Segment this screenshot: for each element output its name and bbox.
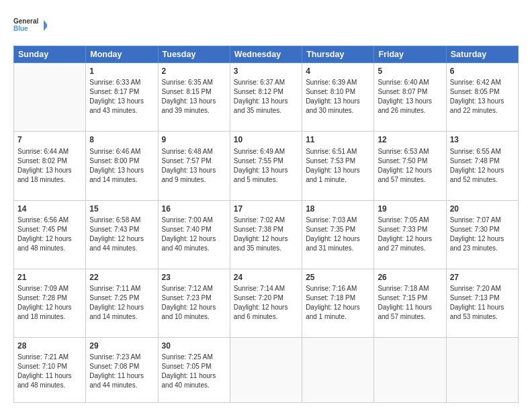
- header-thursday: Thursday: [302, 46, 374, 63]
- day-detail: Sunrise: 7:03 AM Sunset: 7:35 PM Dayligh…: [306, 216, 370, 253]
- day-cell: 24Sunrise: 7:14 AM Sunset: 7:20 PM Dayli…: [230, 269, 302, 337]
- day-detail: Sunrise: 6:55 AM Sunset: 7:48 PM Dayligh…: [450, 147, 515, 185]
- day-detail: Sunrise: 6:53 AM Sunset: 7:50 PM Dayligh…: [378, 147, 442, 185]
- day-number: 20: [450, 203, 515, 214]
- day-number: 9: [162, 134, 226, 145]
- day-number: 29: [89, 340, 154, 351]
- calendar-table: Sunday Monday Tuesday Wednesday Thursday…: [13, 46, 519, 403]
- day-detail: Sunrise: 7:25 AM Sunset: 7:05 PM Dayligh…: [162, 353, 226, 390]
- day-detail: Sunrise: 6:33 AM Sunset: 8:17 PM Dayligh…: [89, 78, 154, 116]
- day-number: 27: [450, 272, 515, 283]
- header-tuesday: Tuesday: [158, 46, 230, 63]
- day-cell: 12Sunrise: 6:53 AM Sunset: 7:50 PM Dayli…: [374, 132, 446, 200]
- day-number: 7: [17, 134, 82, 145]
- week-row-5: 28Sunrise: 7:21 AM Sunset: 7:10 PM Dayli…: [14, 338, 519, 403]
- day-number: 13: [450, 134, 515, 145]
- day-number: 26: [378, 272, 442, 283]
- day-number: 28: [17, 340, 82, 351]
- day-detail: Sunrise: 6:48 AM Sunset: 7:57 PM Dayligh…: [162, 147, 226, 185]
- day-number: 17: [234, 203, 298, 214]
- day-detail: Sunrise: 7:21 AM Sunset: 7:10 PM Dayligh…: [17, 353, 82, 390]
- day-number: 2: [162, 66, 226, 77]
- day-cell: [446, 338, 518, 403]
- svg-text:General: General: [13, 17, 38, 25]
- day-number: 15: [89, 203, 154, 214]
- day-number: 4: [306, 66, 370, 77]
- day-detail: Sunrise: 7:11 AM Sunset: 7:25 PM Dayligh…: [89, 284, 154, 322]
- day-number: 8: [89, 134, 154, 145]
- day-detail: Sunrise: 7:02 AM Sunset: 7:38 PM Dayligh…: [234, 216, 298, 253]
- day-cell: 13Sunrise: 6:55 AM Sunset: 7:48 PM Dayli…: [446, 132, 518, 200]
- day-cell: 7Sunrise: 6:44 AM Sunset: 8:02 PM Daylig…: [14, 132, 86, 200]
- day-detail: Sunrise: 6:58 AM Sunset: 7:43 PM Dayligh…: [89, 216, 154, 253]
- day-number: 30: [162, 340, 226, 351]
- header: General Blue: [13, 12, 519, 39]
- week-row-2: 7Sunrise: 6:44 AM Sunset: 8:02 PM Daylig…: [14, 132, 519, 200]
- day-detail: Sunrise: 6:37 AM Sunset: 8:12 PM Dayligh…: [234, 78, 298, 116]
- day-detail: Sunrise: 7:20 AM Sunset: 7:13 PM Dayligh…: [450, 284, 515, 322]
- page: General Blue Sunday Monday Tuesday Wedne…: [0, 0, 532, 411]
- day-detail: Sunrise: 7:16 AM Sunset: 7:18 PM Dayligh…: [306, 284, 370, 322]
- day-cell: 26Sunrise: 7:18 AM Sunset: 7:15 PM Dayli…: [374, 269, 446, 337]
- day-detail: Sunrise: 6:42 AM Sunset: 8:05 PM Dayligh…: [450, 78, 515, 116]
- day-cell: 17Sunrise: 7:02 AM Sunset: 7:38 PM Dayli…: [230, 200, 302, 269]
- day-detail: Sunrise: 7:23 AM Sunset: 7:08 PM Dayligh…: [89, 353, 154, 390]
- day-cell: 22Sunrise: 7:11 AM Sunset: 7:25 PM Dayli…: [86, 269, 158, 337]
- day-cell: 9Sunrise: 6:48 AM Sunset: 7:57 PM Daylig…: [158, 132, 230, 200]
- header-wednesday: Wednesday: [230, 46, 302, 63]
- day-number: 16: [162, 203, 226, 214]
- logo: General Blue: [13, 12, 47, 39]
- day-detail: Sunrise: 7:07 AM Sunset: 7:30 PM Dayligh…: [450, 216, 515, 253]
- day-number: 11: [306, 134, 370, 145]
- day-cell: 16Sunrise: 7:00 AM Sunset: 7:40 PM Dayli…: [158, 200, 230, 269]
- day-number: 5: [378, 66, 442, 77]
- day-cell: 21Sunrise: 7:09 AM Sunset: 7:28 PM Dayli…: [14, 269, 86, 337]
- day-cell: 14Sunrise: 6:56 AM Sunset: 7:45 PM Dayli…: [14, 200, 86, 269]
- day-cell: 25Sunrise: 7:16 AM Sunset: 7:18 PM Dayli…: [302, 269, 374, 337]
- weekday-header-row: Sunday Monday Tuesday Wednesday Thursday…: [14, 46, 519, 63]
- day-detail: Sunrise: 6:46 AM Sunset: 8:00 PM Dayligh…: [89, 147, 154, 185]
- day-number: 14: [17, 203, 82, 214]
- day-detail: Sunrise: 6:51 AM Sunset: 7:53 PM Dayligh…: [306, 147, 370, 185]
- day-number: 3: [234, 66, 298, 77]
- week-row-4: 21Sunrise: 7:09 AM Sunset: 7:28 PM Dayli…: [14, 269, 519, 337]
- day-cell: 4Sunrise: 6:39 AM Sunset: 8:10 PM Daylig…: [302, 63, 374, 132]
- day-number: 25: [306, 272, 370, 283]
- day-cell: 23Sunrise: 7:12 AM Sunset: 7:23 PM Dayli…: [158, 269, 230, 337]
- day-detail: Sunrise: 7:18 AM Sunset: 7:15 PM Dayligh…: [378, 284, 442, 322]
- header-saturday: Saturday: [446, 46, 518, 63]
- week-row-1: 1Sunrise: 6:33 AM Sunset: 8:17 PM Daylig…: [14, 63, 519, 132]
- day-cell: 27Sunrise: 7:20 AM Sunset: 7:13 PM Dayli…: [446, 269, 518, 337]
- day-detail: Sunrise: 7:00 AM Sunset: 7:40 PM Dayligh…: [162, 216, 226, 253]
- day-number: 22: [89, 272, 154, 283]
- day-cell: 30Sunrise: 7:25 AM Sunset: 7:05 PM Dayli…: [158, 338, 230, 403]
- day-detail: Sunrise: 6:35 AM Sunset: 8:15 PM Dayligh…: [162, 78, 226, 116]
- day-detail: Sunrise: 6:49 AM Sunset: 7:55 PM Dayligh…: [234, 147, 298, 185]
- day-detail: Sunrise: 6:44 AM Sunset: 8:02 PM Dayligh…: [17, 147, 82, 185]
- svg-marker-2: [44, 20, 47, 32]
- day-cell: 6Sunrise: 6:42 AM Sunset: 8:05 PM Daylig…: [446, 63, 518, 132]
- day-detail: Sunrise: 7:05 AM Sunset: 7:33 PM Dayligh…: [378, 216, 442, 253]
- day-number: 6: [450, 66, 515, 77]
- day-number: 23: [162, 272, 226, 283]
- logo-icon: General Blue: [13, 12, 47, 39]
- day-detail: Sunrise: 6:40 AM Sunset: 8:07 PM Dayligh…: [378, 78, 442, 116]
- day-cell: 11Sunrise: 6:51 AM Sunset: 7:53 PM Dayli…: [302, 132, 374, 200]
- day-cell: [374, 338, 446, 403]
- day-cell: 28Sunrise: 7:21 AM Sunset: 7:10 PM Dayli…: [14, 338, 86, 403]
- day-detail: Sunrise: 7:09 AM Sunset: 7:28 PM Dayligh…: [17, 284, 82, 322]
- day-number: 1: [89, 66, 154, 77]
- week-row-3: 14Sunrise: 6:56 AM Sunset: 7:45 PM Dayli…: [14, 200, 519, 269]
- day-cell: 29Sunrise: 7:23 AM Sunset: 7:08 PM Dayli…: [86, 338, 158, 403]
- day-cell: [230, 338, 302, 403]
- day-cell: 1Sunrise: 6:33 AM Sunset: 8:17 PM Daylig…: [86, 63, 158, 132]
- day-cell: 3Sunrise: 6:37 AM Sunset: 8:12 PM Daylig…: [230, 63, 302, 132]
- day-cell: 8Sunrise: 6:46 AM Sunset: 8:00 PM Daylig…: [86, 132, 158, 200]
- header-monday: Monday: [86, 46, 158, 63]
- day-cell: 19Sunrise: 7:05 AM Sunset: 7:33 PM Dayli…: [374, 200, 446, 269]
- day-cell: 10Sunrise: 6:49 AM Sunset: 7:55 PM Dayli…: [230, 132, 302, 200]
- day-number: 10: [234, 134, 298, 145]
- svg-text:Blue: Blue: [13, 25, 28, 32]
- day-detail: Sunrise: 6:39 AM Sunset: 8:10 PM Dayligh…: [306, 78, 370, 116]
- day-detail: Sunrise: 7:14 AM Sunset: 7:20 PM Dayligh…: [234, 284, 298, 322]
